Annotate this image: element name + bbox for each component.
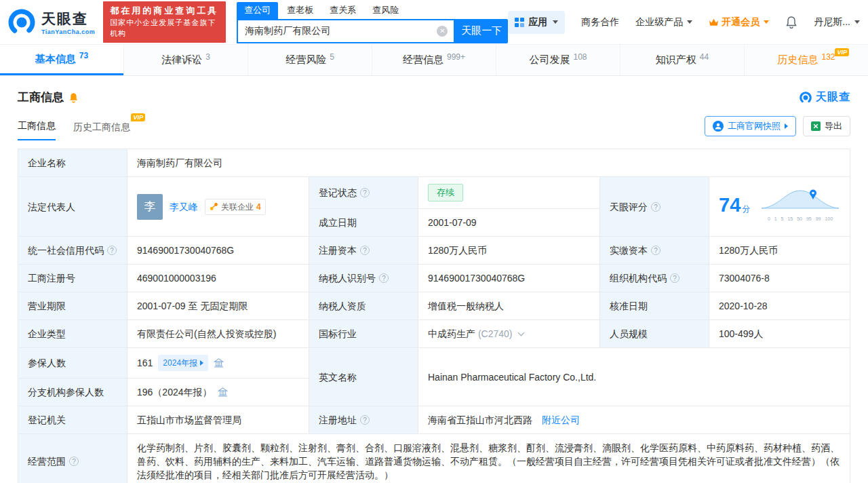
tab-history-info[interactable]: VIP 历史信息 132 — [744, 45, 868, 75]
table-row: 法定代表人 李 李又峰 关联企业 4 — [18, 177, 850, 209]
tab-basic-info[interactable]: 基本信息 73 — [0, 45, 123, 75]
annual-report-badge[interactable]: 2024年报 — [158, 355, 208, 371]
official-snapshot-button[interactable]: 工商官网快照 — [705, 116, 796, 136]
arrow-right-icon — [200, 360, 203, 366]
tianyancha-logo[interactable]: 天眼查 TianYanCha.com — [7, 7, 95, 37]
arrow-right-icon — [785, 123, 788, 129]
tab-operation-risk[interactable]: 经营风险 5 — [248, 45, 372, 75]
tab-count: 3 — [205, 52, 210, 62]
help-icon[interactable]: ? — [651, 202, 660, 212]
promo-badge: 都在用的商业查询工具 国家中小企业发展子基金旗下机构 — [103, 1, 226, 43]
apps-label: 应用 — [528, 16, 547, 28]
tianyancha-logo-icon — [7, 7, 37, 37]
export-label: 导出 — [825, 120, 842, 132]
establish-date-value: 2001-07-09 — [418, 209, 600, 237]
notification-bell-icon[interactable] — [785, 16, 797, 28]
search-input[interactable] — [238, 20, 454, 42]
annual-report-icon[interactable] — [214, 358, 224, 368]
search-tab-boss[interactable]: 查老板 — [279, 2, 321, 19]
score-chart[interactable]: 0 1 5 15 50 95 99 100 — [760, 187, 840, 226]
table-row: 企业类型 有限责任公司(自然人投资或控股) 国标行业 中成药生产 (C2740)… — [18, 320, 850, 348]
nearby-companies-link[interactable]: 附近公司 — [542, 414, 580, 425]
tab-company-development[interactable]: 公司发展 108 — [496, 45, 620, 75]
search-tab-company[interactable]: 查公司 — [237, 2, 278, 19]
chevron-down-icon — [687, 20, 692, 24]
search-button[interactable]: 天眼一下 — [455, 19, 508, 43]
brand-watermark: 天眼查 — [799, 90, 850, 104]
legal-rep-label: 法定代表人 — [18, 177, 127, 237]
tab-label: 法律诉讼 — [161, 54, 202, 66]
help-icon[interactable]: ? — [360, 246, 370, 255]
tab-label: 知识产权 — [656, 54, 696, 66]
search-area: 查公司 查老板 查关系 查风险 ✕ 天眼一下 — [237, 1, 508, 43]
paid-capital-value: 1280万人民币 — [709, 237, 850, 265]
annual-report-icon[interactable] — [218, 387, 228, 397]
tab-label: 经营信息 — [403, 54, 443, 66]
business-term-value: 2001-07-09 至 无固定期限 — [127, 292, 309, 320]
chevron-down-icon — [553, 20, 558, 24]
help-icon[interactable]: ? — [107, 246, 117, 255]
approval-date-value: 2020-10-28 — [709, 292, 850, 320]
reg-number-label: 工商注册号 — [18, 265, 127, 292]
search-tab-risk[interactable]: 查风险 — [365, 2, 406, 19]
help-icon[interactable]: ? — [651, 246, 660, 255]
top-nav: 应用 商务合作 企业级产品 开通会员 丹尼斯... — [508, 11, 860, 34]
help-icon[interactable]: ? — [379, 273, 389, 283]
chevron-down-icon — [764, 20, 769, 24]
nav-open-vip[interactable]: 开通会员 — [709, 16, 769, 28]
logo-domain: TianYanCha.com — [41, 28, 95, 35]
subtab-business-info[interactable]: 工商信息 — [18, 120, 56, 140]
reg-number-value: 469001000003196 — [127, 265, 309, 292]
crown-icon — [709, 18, 719, 26]
export-button[interactable]: 导出 — [803, 116, 850, 136]
score-axis-ticks: 0 1 5 15 50 95 99 100 — [760, 212, 840, 226]
company-type-label: 企业类型 — [18, 320, 127, 348]
tianyancha-logo-icon — [799, 91, 812, 104]
chevron-down-icon[interactable] — [518, 330, 525, 336]
help-icon[interactable]: ? — [69, 457, 79, 466]
staff-size-label: 人员规模 — [600, 320, 709, 348]
reg-address-value: 海南省五指山市河北西路 附近公司 — [418, 406, 850, 434]
topbar: 天眼查 TianYanCha.com 都在用的商业查询工具 国家中小企业发展子基… — [0, 0, 868, 45]
legal-rep-link[interactable]: 李又峰 — [170, 200, 198, 214]
user-menu[interactable]: 丹尼斯... — [814, 16, 860, 28]
apps-menu[interactable]: 应用 — [508, 11, 565, 34]
excel-icon — [811, 121, 821, 131]
paid-capital-label: 实缴资本? — [600, 237, 709, 265]
related-companies-badge[interactable]: 关联企业 4 — [205, 199, 266, 215]
help-icon[interactable]: ? — [360, 188, 370, 197]
subtab-history-business-info[interactable]: 历史工商信息 VIP — [73, 121, 130, 140]
nav-enterprise-products[interactable]: 企业级产品 — [635, 16, 692, 28]
nav-open-vip-label: 开通会员 — [722, 16, 760, 28]
tab-label: 历史信息 — [777, 54, 818, 66]
reg-capital-label: 注册资本? — [309, 237, 418, 265]
clear-icon[interactable]: ✕ — [437, 26, 448, 37]
tab-label: 基本信息 — [35, 53, 76, 66]
nav-business-cooperation[interactable]: 商务合作 — [581, 16, 619, 28]
subscribe-bell-icon[interactable] — [68, 92, 79, 103]
tab-legal-litigation[interactable]: 法律诉讼 3 — [123, 45, 248, 75]
score-value: 74分 0 1 5 15 50 95 99 100 — [709, 177, 850, 237]
search-box: ✕ — [237, 19, 455, 43]
staff-size-value: 100-499人 — [709, 320, 850, 348]
industry-label: 国标行业 — [309, 320, 418, 348]
brand-watermark-text: 天眼查 — [816, 90, 850, 104]
help-icon[interactable]: ? — [670, 273, 679, 283]
tab-label: 公司发展 — [529, 54, 570, 66]
help-icon[interactable]: ? — [360, 415, 370, 425]
search-tab-relation[interactable]: 查关系 — [322, 2, 363, 19]
tab-intellectual-property[interactable]: 知识产权 44 — [620, 45, 744, 75]
subtab-history-label: 历史工商信息 — [73, 121, 130, 132]
english-name-label: 英文名称 — [309, 348, 418, 406]
related-companies-label: 关联企业 — [221, 200, 254, 214]
tab-count: 73 — [79, 51, 88, 60]
branch-insured-label: 分支机构参保人数 — [18, 379, 127, 406]
business-info-table: 企业名称 海南制药厂有限公司 法定代表人 李 李又峰 关联企业 4 — [18, 149, 850, 483]
nav-business-cooperation-label: 商务合作 — [581, 16, 619, 28]
grid-icon — [515, 18, 524, 27]
business-scope-value: 化学药制剂、片剂、胶囊剂、颗粒剂、注射剂、膏剂、合剂、口服溶液剂、混悬剂、糖浆剂… — [127, 434, 850, 483]
tab-operation-info[interactable]: 经营信息 999+ — [372, 45, 496, 75]
industry-value: 中成药生产 (C2740) — [418, 320, 600, 348]
nav-enterprise-products-label: 企业级产品 — [635, 16, 683, 28]
legal-rep-avatar[interactable]: 李 — [137, 194, 163, 220]
